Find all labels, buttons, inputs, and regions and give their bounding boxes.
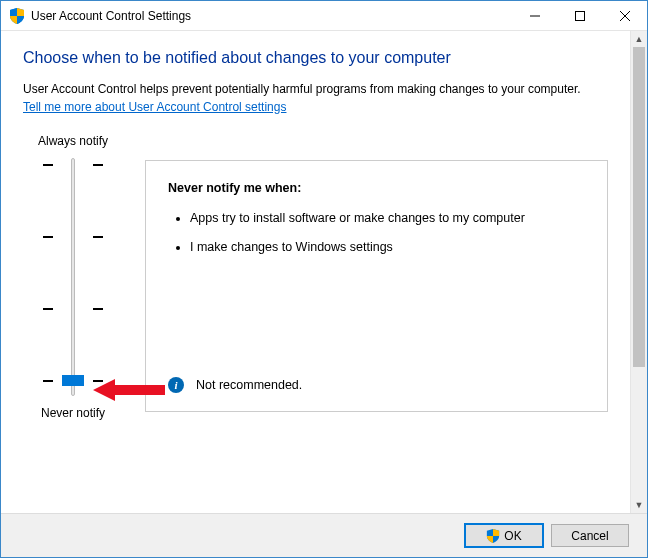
scroll-up-arrow[interactable]: ▲: [631, 31, 647, 47]
slider-label-always: Always notify: [38, 134, 108, 148]
titlebar: User Account Control Settings: [1, 1, 647, 31]
slider-label-never: Never notify: [41, 406, 105, 420]
page-heading: Choose when to be notified about changes…: [23, 49, 608, 67]
cancel-button[interactable]: Cancel: [551, 524, 629, 547]
scrollbar-thumb[interactable]: [633, 47, 645, 367]
shield-icon: [9, 8, 25, 24]
description-text: User Account Control helps prevent poten…: [23, 81, 608, 98]
panel-item: Apps try to install software or make cha…: [190, 209, 585, 228]
notification-slider[interactable]: [43, 158, 103, 396]
window-title: User Account Control Settings: [31, 9, 512, 23]
help-link[interactable]: Tell me more about User Account Control …: [23, 100, 286, 114]
vertical-scrollbar[interactable]: ▲ ▼: [630, 31, 647, 513]
info-icon: i: [168, 377, 184, 393]
ok-button[interactable]: OK: [465, 524, 543, 547]
panel-title: Never notify me when:: [168, 181, 585, 195]
minimize-button[interactable]: [512, 1, 557, 30]
close-button[interactable]: [602, 1, 647, 30]
panel-item: I make changes to Windows settings: [190, 238, 585, 257]
content-area: Choose when to be notified about changes…: [1, 31, 630, 513]
shield-icon: [486, 529, 500, 543]
scroll-down-arrow[interactable]: ▼: [631, 497, 647, 513]
status-text: Not recommended.: [196, 378, 302, 392]
slider-thumb[interactable]: [62, 375, 84, 386]
dialog-footer: OK Cancel: [1, 513, 647, 557]
maximize-button[interactable]: [557, 1, 602, 30]
svg-rect-1: [575, 11, 584, 20]
notification-detail-panel: Never notify me when: Apps try to instal…: [145, 160, 608, 412]
